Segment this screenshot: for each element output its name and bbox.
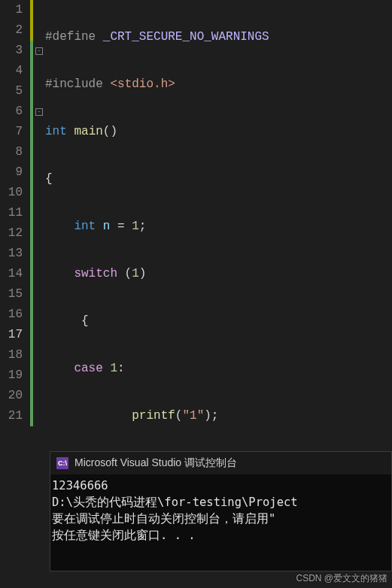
code-line[interactable]: #define _CRT_SECURE_NO_WARNINGS — [45, 27, 392, 47]
line-number-gutter: 1 2 3 4 5 6 7 8 9 10 11 12 13 14 15 16 1… — [0, 0, 30, 434]
code-editor[interactable]: 1 2 3 4 5 6 7 8 9 10 11 12 13 14 15 16 1… — [0, 0, 392, 434]
code-line[interactable]: { — [45, 169, 392, 189]
line-number: 14 — [0, 264, 23, 284]
code-line[interactable]: { — [45, 311, 392, 332]
fold-toggle-icon[interactable]: - — [35, 108, 43, 116]
line-number: 2 — [0, 20, 23, 41]
line-number: 18 — [0, 345, 23, 365]
line-number: 12 — [0, 223, 23, 244]
console-title-text: Microsoft Visual Studio 调试控制台 — [74, 456, 237, 470]
line-number: 10 — [0, 183, 23, 203]
watermark-text: CSDN @爱文文的猪猪 — [296, 572, 387, 585]
line-number: 5 — [0, 81, 23, 102]
line-number: 15 — [0, 284, 23, 305]
line-number: 4 — [0, 61, 23, 81]
line-number: 1 — [0, 0, 23, 20]
console-titlebar[interactable]: C:\ Microsoft Visual Studio 调试控制台 — [50, 452, 391, 474]
code-line[interactable]: case 1: — [45, 359, 392, 379]
line-number: 19 — [0, 365, 23, 386]
line-number: 3 — [0, 41, 23, 61]
code-line[interactable]: switch (1) — [45, 264, 392, 284]
line-number: 20 — [0, 386, 23, 406]
code-line[interactable]: int n = 1; — [45, 217, 392, 237]
console-output[interactable]: 12346666 D:\头秃的代码进程\for-testing\Project … — [50, 474, 391, 547]
fold-column: - - — [35, 0, 45, 434]
code-line[interactable]: printf("1"); — [45, 406, 392, 426]
code-line[interactable]: int main() — [45, 122, 392, 142]
line-number: 9 — [0, 162, 23, 183]
visual-studio-icon: C:\ — [56, 457, 68, 469]
debug-console-window[interactable]: C:\ Microsoft Visual Studio 调试控制台 123466… — [50, 451, 392, 571]
line-number: 8 — [0, 142, 23, 162]
line-number: 17 — [0, 325, 23, 345]
code-line[interactable]: #include <stdio.h> — [45, 74, 392, 95]
code-area[interactable]: #define _CRT_SECURE_NO_WARNINGS #include… — [45, 0, 392, 434]
line-number: 16 — [0, 305, 23, 325]
line-number: 13 — [0, 244, 23, 264]
fold-toggle-icon[interactable]: - — [35, 47, 43, 55]
line-number: 7 — [0, 122, 23, 142]
line-number: 6 — [0, 102, 23, 122]
line-number: 21 — [0, 406, 23, 426]
line-number: 11 — [0, 203, 23, 223]
